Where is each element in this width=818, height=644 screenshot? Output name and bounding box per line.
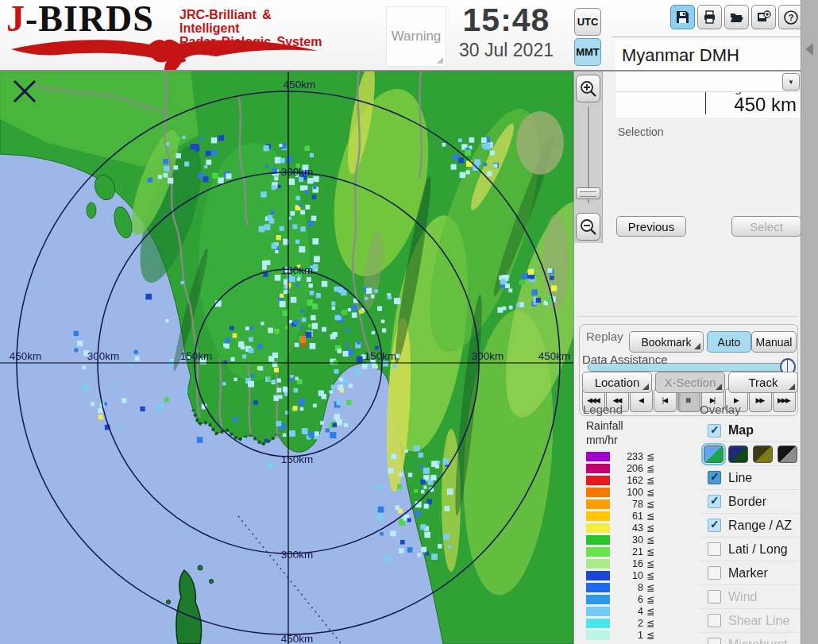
legend-unit-1: Rainfall xyxy=(586,419,623,432)
overlay-checkbox[interactable] xyxy=(708,471,721,484)
overlay-item[interactable]: Lati / Long xyxy=(700,537,800,561)
legend-lte-symbol: ≦ xyxy=(646,534,654,546)
legend-value: 10 xyxy=(615,570,643,581)
legend-lte-symbol: ≦ xyxy=(646,475,654,486)
data-assistance-button[interactable]: X-Section xyxy=(655,372,725,393)
legend-color-swatch xyxy=(586,499,610,509)
map-style-swatch[interactable] xyxy=(728,445,748,463)
overlay-checkbox[interactable] xyxy=(708,495,721,508)
jbirds-logo: J-BIRDS JRC-Brilliant & Intelligent Rada… xyxy=(6,2,324,70)
legend-value: 100 xyxy=(615,487,643,498)
svg-text:450km: 450km xyxy=(281,633,314,644)
legend-color-swatch xyxy=(586,452,610,461)
legend-lte-symbol: ≦ xyxy=(646,511,654,522)
legend-row: 21 ≦ xyxy=(586,546,673,557)
legend-lte-symbol: ≦ xyxy=(646,523,654,534)
legend-row: 100 ≦ xyxy=(586,486,673,498)
station-name: Myanmar DMH xyxy=(615,40,801,70)
previous-button[interactable]: Previous xyxy=(616,216,686,237)
legend-value: 206 xyxy=(615,463,643,474)
logo-birds: -BIRDS xyxy=(25,0,154,39)
legend-lte-symbol: ≦ xyxy=(646,463,654,474)
legend-row: 30 ≦ xyxy=(586,534,673,546)
overlay-checkbox[interactable] xyxy=(708,542,721,556)
warning-button[interactable]: Warning xyxy=(386,6,446,67)
panel-collapse-strip[interactable] xyxy=(801,0,818,644)
open-folder-button[interactable] xyxy=(724,5,749,29)
legend-value: 1 xyxy=(615,630,643,641)
legend-lte-symbol: ≦ xyxy=(646,487,654,498)
legend-value: 43 xyxy=(615,523,643,534)
auto-button[interactable]: Auto xyxy=(707,331,751,353)
help-button[interactable]: ? xyxy=(778,5,803,29)
svg-text:300km: 300km xyxy=(281,166,314,178)
map-style-swatches xyxy=(700,442,800,465)
map-style-swatch[interactable] xyxy=(704,445,723,463)
legend-lte-symbol: ≦ xyxy=(646,594,654,605)
legend-color-swatch xyxy=(586,607,610,616)
eagle-logo-icon xyxy=(10,37,319,70)
selection-dropdown[interactable]: ▼ xyxy=(616,71,801,92)
panel-separator xyxy=(577,316,798,317)
overlay-item[interactable]: Microburst xyxy=(700,632,800,644)
legend-lte-symbol: ≦ xyxy=(646,630,654,641)
overlay-checkbox[interactable] xyxy=(708,590,721,604)
map-canvas: 450km 300km 150km 150km 300km 450km 450k… xyxy=(0,71,573,644)
manual-button[interactable]: Manual xyxy=(751,331,797,353)
bookmark-button[interactable]: Bookmark xyxy=(629,331,704,353)
print-button[interactable] xyxy=(697,5,722,29)
capture-button[interactable] xyxy=(751,5,776,29)
map-zoom-slider-handle[interactable] xyxy=(576,187,600,199)
legend-row: 78 ≦ xyxy=(586,498,673,510)
chevron-down-icon[interactable]: ▼ xyxy=(782,73,800,91)
radar-map[interactable]: 450km 300km 150km 150km 300km 450km 450k… xyxy=(0,71,573,644)
svg-text:150km: 150km xyxy=(365,350,397,362)
legend-lte-symbol: ≦ xyxy=(646,606,654,617)
legend-value: 6 xyxy=(615,594,643,605)
svg-text:300km: 300km xyxy=(87,350,120,362)
legend-color-swatch xyxy=(586,583,610,592)
overlay-item[interactable]: Line xyxy=(700,465,800,489)
map-style-swatch[interactable] xyxy=(753,445,773,463)
overlay-checkbox[interactable] xyxy=(708,566,721,580)
legend-lte-symbol: ≦ xyxy=(646,582,654,593)
legend-row: 4 ≦ xyxy=(586,605,673,617)
map-checkbox[interactable] xyxy=(708,424,721,438)
range-value: 450 km xyxy=(734,94,797,116)
data-assistance-button[interactable]: Track xyxy=(728,372,798,393)
select-button[interactable]: Select xyxy=(731,216,801,237)
overlay-item[interactable]: Wind xyxy=(700,584,800,608)
legend-row: 233 ≦ xyxy=(586,450,673,462)
legend-color-swatch xyxy=(586,559,610,569)
legend-row: 206 ≦ xyxy=(586,462,673,474)
legend-lte-symbol: ≦ xyxy=(646,499,654,510)
map-style-swatch[interactable] xyxy=(777,445,797,463)
legend-color-swatch xyxy=(586,523,610,533)
legend-value: 162 xyxy=(615,475,643,486)
save-button[interactable] xyxy=(670,5,695,29)
overlay-item[interactable]: Range / AZ xyxy=(700,513,800,537)
svg-text:?: ? xyxy=(788,13,793,22)
zoom-out-button[interactable] xyxy=(576,213,600,241)
overlay-item[interactable]: Marker xyxy=(700,561,800,584)
overlay-checkbox[interactable] xyxy=(708,519,721,532)
legend-color-swatch xyxy=(586,547,610,557)
overlay-item[interactable]: Border xyxy=(700,489,800,513)
zoom-in-button[interactable] xyxy=(576,75,600,102)
overlay-item-map[interactable]: Map xyxy=(700,419,800,442)
mmt-button[interactable]: MMT xyxy=(574,38,601,66)
legend-value: 2 xyxy=(615,618,643,629)
legend-value: 78 xyxy=(615,499,643,510)
overlay-item[interactable]: Shear Line xyxy=(700,608,800,632)
overlay-checkbox[interactable] xyxy=(708,614,721,627)
legend-value: 61 xyxy=(615,511,643,522)
overlay-checkbox[interactable] xyxy=(708,638,721,644)
control-panel: Range 450 km Selection Yangon ▼ Surface … xyxy=(573,71,801,644)
legend-lte-symbol: ≦ xyxy=(646,451,654,462)
replay-label: Replay xyxy=(586,330,623,343)
legend-row: 61 ≦ xyxy=(586,510,673,522)
utc-button[interactable]: UTC xyxy=(574,8,601,36)
data-assistance-button[interactable]: Location xyxy=(582,372,652,393)
svg-text:450km: 450km xyxy=(10,350,42,362)
clock-date: 30 Jul 2021 xyxy=(441,38,572,62)
